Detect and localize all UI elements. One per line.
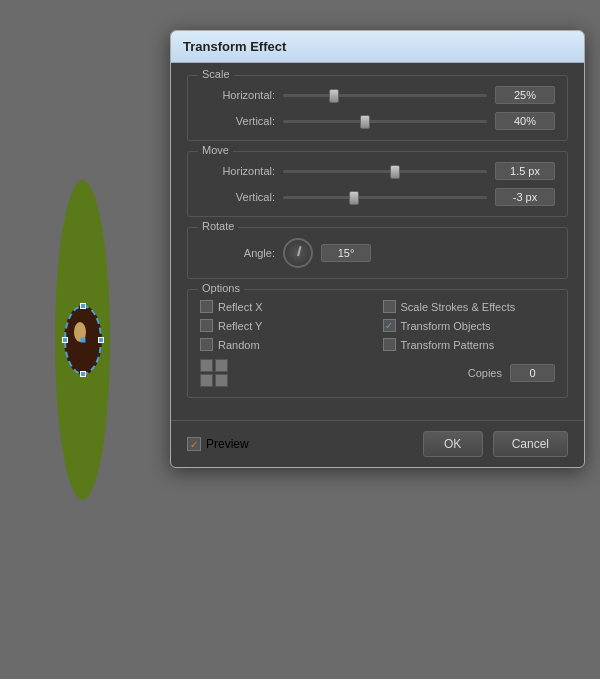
scale-vertical-thumb[interactable] xyxy=(360,115,370,129)
random-checkbox[interactable] xyxy=(200,338,213,351)
move-label: Move xyxy=(198,144,233,156)
copies-value[interactable] xyxy=(510,364,555,382)
scale-horizontal-slider[interactable] xyxy=(283,94,487,97)
copies-grid-icon xyxy=(200,359,228,387)
move-vertical-row: Vertical: xyxy=(200,188,555,206)
grid-cell-2 xyxy=(215,359,228,372)
rotate-angle-row: Angle: xyxy=(200,238,555,268)
scale-vertical-label: Vertical: xyxy=(200,115,275,127)
handle-left xyxy=(62,337,68,343)
transform-objects-checkbox[interactable] xyxy=(383,319,396,332)
move-horizontal-slider[interactable] xyxy=(283,170,487,173)
scale-horizontal-value[interactable] xyxy=(495,86,555,104)
move-section: Move Horizontal: Vertical: xyxy=(187,151,568,217)
scale-strokes-row: Scale Strokes & Effects xyxy=(383,300,556,313)
scale-horizontal-label: Horizontal: xyxy=(200,89,275,101)
move-horizontal-label: Horizontal: xyxy=(200,165,275,177)
handle-bottom xyxy=(80,371,86,377)
preview-label: Preview xyxy=(206,437,249,451)
cancel-button[interactable]: Cancel xyxy=(493,431,568,457)
transform-effect-dialog: Transform Effect Scale Horizontal: Verti… xyxy=(170,30,585,468)
move-vertical-slider[interactable] xyxy=(283,196,487,199)
scale-horizontal-row: Horizontal: xyxy=(200,86,555,104)
move-vertical-label: Vertical: xyxy=(200,191,275,203)
options-label: Options xyxy=(198,282,244,294)
canvas-area xyxy=(0,0,165,679)
reflect-y-row: Reflect Y xyxy=(200,319,373,332)
handle-top xyxy=(80,303,86,309)
reflect-y-label: Reflect Y xyxy=(218,320,262,332)
move-horizontal-value[interactable] xyxy=(495,162,555,180)
dialog-titlebar: Transform Effect xyxy=(171,31,584,63)
scale-strokes-checkbox[interactable] xyxy=(383,300,396,313)
move-horizontal-row: Horizontal: xyxy=(200,162,555,180)
move-vertical-thumb[interactable] xyxy=(349,191,359,205)
random-label: Random xyxy=(218,339,260,351)
preview-row: Preview xyxy=(187,437,413,451)
scale-vertical-row: Vertical: xyxy=(200,112,555,130)
grid-cell-4 xyxy=(215,374,228,387)
leaf-shape xyxy=(55,180,110,500)
copies-row: Copies xyxy=(200,359,555,387)
dialog-title: Transform Effect xyxy=(183,39,286,54)
reflect-y-checkbox[interactable] xyxy=(200,319,213,332)
dialog-body: Scale Horizontal: Vertical: Move Horizon… xyxy=(171,63,584,420)
random-row: Random xyxy=(200,338,373,351)
transform-patterns-row: Transform Patterns xyxy=(383,338,556,351)
transform-objects-row: Transform Objects xyxy=(383,319,556,332)
grid-cell-3 xyxy=(200,374,213,387)
reflect-x-row: Reflect X xyxy=(200,300,373,313)
rotate-label: Rotate xyxy=(198,220,238,232)
angle-dial[interactable] xyxy=(283,238,313,268)
rotate-section: Rotate Angle: xyxy=(187,227,568,279)
options-section: Options Reflect X Scale Strokes & Effect… xyxy=(187,289,568,398)
ok-button[interactable]: OK xyxy=(423,431,483,457)
scale-vertical-value[interactable] xyxy=(495,112,555,130)
reflect-x-checkbox[interactable] xyxy=(200,300,213,313)
grid-cell-1 xyxy=(200,359,213,372)
options-grid: Reflect X Scale Strokes & Effects Reflec… xyxy=(200,300,555,351)
move-horizontal-thumb[interactable] xyxy=(390,165,400,179)
scale-vertical-slider[interactable] xyxy=(283,120,487,123)
transform-objects-label: Transform Objects xyxy=(401,320,491,332)
reflect-x-label: Reflect X xyxy=(218,301,263,313)
move-vertical-value[interactable] xyxy=(495,188,555,206)
scale-section: Scale Horizontal: Vertical: xyxy=(187,75,568,141)
scale-horizontal-thumb[interactable] xyxy=(329,89,339,103)
preview-checkbox[interactable] xyxy=(187,437,201,451)
angle-label: Angle: xyxy=(200,247,275,259)
dialog-footer: Preview OK Cancel xyxy=(171,420,584,467)
transform-patterns-checkbox[interactable] xyxy=(383,338,396,351)
angle-value[interactable] xyxy=(321,244,371,262)
scale-strokes-label: Scale Strokes & Effects xyxy=(401,301,516,313)
center-dot xyxy=(80,337,85,342)
copies-label: Copies xyxy=(468,367,502,379)
scale-label: Scale xyxy=(198,68,234,80)
transform-patterns-label: Transform Patterns xyxy=(401,339,495,351)
handle-right xyxy=(98,337,104,343)
seed-shape xyxy=(64,305,102,375)
